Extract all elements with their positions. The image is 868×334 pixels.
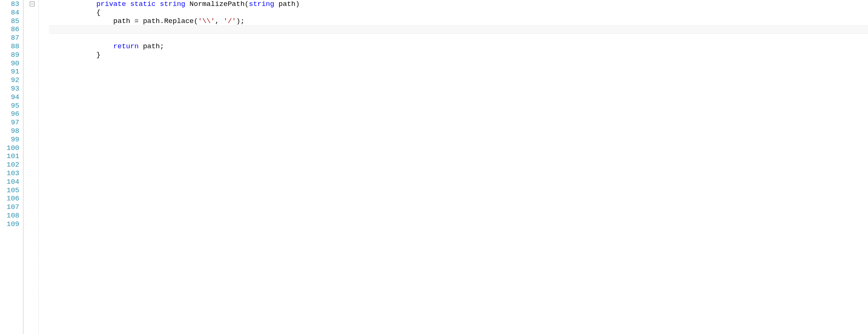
fold-toggle[interactable] bbox=[30, 1, 35, 6]
collapse-icon bbox=[31, 4, 33, 4]
keyword-token: string bbox=[160, 0, 185, 8]
line-number: 85 bbox=[0, 17, 19, 26]
indent-guide bbox=[38, 0, 39, 334]
code-line[interactable] bbox=[49, 118, 868, 127]
code-line[interactable]: { bbox=[49, 9, 868, 17]
keyword-token: string bbox=[249, 0, 274, 8]
line-number: 97 bbox=[0, 118, 19, 127]
line-number: 91 bbox=[0, 68, 19, 76]
indent-guide bbox=[23, 0, 23, 334]
line-number: 89 bbox=[0, 51, 19, 59]
code-line[interactable] bbox=[49, 178, 868, 186]
code-line[interactable] bbox=[49, 102, 868, 110]
line-number: 96 bbox=[0, 110, 19, 118]
line-number: 84 bbox=[0, 9, 19, 17]
code-line[interactable] bbox=[49, 161, 868, 169]
code-line[interactable] bbox=[49, 93, 868, 102]
code-line[interactable] bbox=[49, 152, 868, 161]
code-line[interactable] bbox=[49, 212, 868, 220]
text-token: path; bbox=[139, 42, 164, 50]
line-number: 93 bbox=[0, 85, 19, 93]
code-line[interactable]: private static string NormalizePath(stri… bbox=[49, 0, 868, 9]
code-line[interactable] bbox=[49, 169, 868, 178]
line-number-gutter: 8384858687888990919293949596979899100101… bbox=[0, 0, 23, 334]
code-line[interactable]: path = path.Replace('\\', '/'); bbox=[49, 17, 868, 26]
text-token: } bbox=[62, 51, 101, 59]
code-line[interactable] bbox=[49, 110, 868, 118]
text-token: , bbox=[215, 17, 223, 25]
code-line[interactable] bbox=[49, 186, 868, 195]
text-token: path) bbox=[274, 0, 299, 8]
line-number: 100 bbox=[0, 144, 19, 153]
text-token: ); bbox=[236, 17, 245, 25]
text-token bbox=[156, 0, 160, 8]
text-token: path = path.Replace( bbox=[62, 17, 198, 25]
line-number: 99 bbox=[0, 135, 19, 144]
text-token bbox=[62, 0, 96, 8]
code-line[interactable] bbox=[49, 194, 868, 203]
text-token: { bbox=[62, 9, 101, 17]
line-number: 103 bbox=[0, 169, 19, 178]
keyword-token: private bbox=[96, 0, 126, 8]
folding-margin bbox=[23, 0, 49, 334]
code-line[interactable]: return path; bbox=[49, 42, 868, 51]
code-line[interactable] bbox=[49, 59, 868, 68]
line-number: 94 bbox=[0, 93, 19, 102]
line-number: 90 bbox=[0, 59, 19, 68]
code-line[interactable] bbox=[49, 220, 868, 229]
line-number: 83 bbox=[0, 0, 19, 9]
line-number: 98 bbox=[0, 127, 19, 135]
code-line[interactable] bbox=[49, 85, 868, 93]
code-line[interactable] bbox=[49, 76, 868, 85]
text-token bbox=[126, 0, 130, 8]
text-token bbox=[62, 42, 113, 50]
line-number: 106 bbox=[0, 194, 19, 203]
code-line[interactable] bbox=[49, 144, 868, 153]
line-number: 95 bbox=[0, 102, 19, 110]
code-line[interactable] bbox=[49, 25, 868, 34]
line-number: 102 bbox=[0, 161, 19, 169]
line-number: 92 bbox=[0, 76, 19, 85]
code-line[interactable]: } bbox=[49, 51, 868, 59]
string-token: '\\' bbox=[198, 17, 215, 25]
line-number: 107 bbox=[0, 203, 19, 212]
line-number: 87 bbox=[0, 34, 19, 42]
code-editor[interactable]: 8384858687888990919293949596979899100101… bbox=[0, 0, 868, 334]
code-line[interactable] bbox=[49, 203, 868, 212]
code-line[interactable] bbox=[49, 68, 868, 76]
keyword-token: return bbox=[113, 42, 139, 50]
line-number: 108 bbox=[0, 212, 19, 220]
line-number: 105 bbox=[0, 186, 19, 195]
text-token: NormalizePath( bbox=[185, 0, 249, 8]
line-number: 86 bbox=[0, 25, 19, 34]
keyword-token: static bbox=[130, 0, 155, 8]
code-line[interactable] bbox=[49, 34, 868, 42]
code-line[interactable] bbox=[49, 135, 868, 144]
line-number: 104 bbox=[0, 178, 19, 186]
code-area[interactable]: private static string NormalizePath(stri… bbox=[49, 0, 868, 334]
line-number: 88 bbox=[0, 42, 19, 51]
string-token: '/' bbox=[223, 17, 236, 25]
code-line[interactable] bbox=[49, 127, 868, 135]
line-number: 101 bbox=[0, 152, 19, 161]
line-number: 109 bbox=[0, 220, 19, 229]
